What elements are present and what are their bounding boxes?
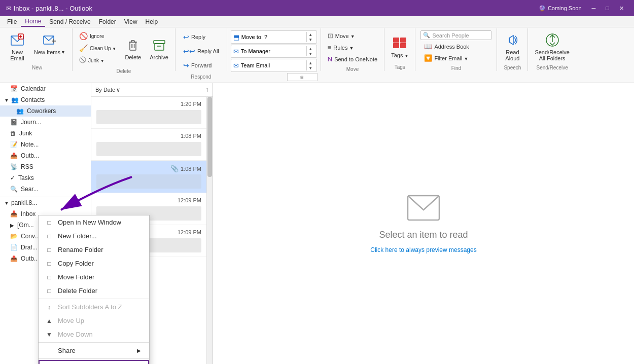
to-manager-button[interactable]: ✉ To Manager ▲ ▼ (231, 45, 317, 58)
delete-button[interactable]: Delete (121, 34, 145, 63)
menu-send-receive[interactable]: Send / Receive (45, 17, 94, 26)
reading-pane-empty-icon (406, 194, 441, 224)
reply-all-button[interactable]: ↩↩ Reply All (179, 45, 224, 58)
delete-icon (125, 37, 141, 53)
ctx-move-folder-label: Move Folder (58, 273, 94, 281)
qs-arrow-down3[interactable]: ▼ (307, 65, 314, 70)
team-email-button[interactable]: ✉ Team Email ▲ ▼ (231, 59, 317, 72)
email-item-1[interactable]: 1:20 PM (91, 97, 206, 129)
sidebar-item-journal[interactable]: 📓 Journ... (0, 117, 91, 128)
ctx-open-new-window[interactable]: □ Open in New Window (39, 215, 149, 229)
sort-asc-icon[interactable]: ↑ (205, 86, 208, 93)
svg-rect-17 (154, 41, 165, 44)
new-email-button[interactable]: NewEmail (5, 29, 29, 64)
minimize-button[interactable]: ─ (588, 4, 600, 12)
email-item-5-time: 12:09 PM (178, 229, 201, 236)
cleanup-button[interactable]: 🧹Clean Up ▼ (76, 43, 120, 54)
email-item-3[interactable]: 📎 1:08 PM (91, 161, 206, 193)
svg-marker-25 (509, 35, 513, 45)
qs-arrow-up2[interactable]: ▲ (307, 46, 314, 51)
menu-home[interactable]: Home (21, 17, 45, 27)
move-to-button[interactable]: ⬒ Move to: ? ▲ ▼ (231, 30, 317, 44)
sidebar-item-notes[interactable]: 📝 Note... (0, 139, 91, 150)
sidebar-drafts-label: Draf... (21, 244, 38, 251)
ctx-rename-folder-label: Rename Folder (58, 246, 103, 253)
ctx-rename-folder[interactable]: □ Rename Folder (39, 243, 149, 257)
qs-arrows-manager[interactable]: ▲ ▼ (306, 46, 314, 56)
send-receive-all-button[interactable]: Send/ReceiveAll Folders (531, 29, 573, 64)
ctx-move-folder[interactable]: □ Move Folder (39, 270, 149, 284)
email-item-4-header: 12:09 PM (96, 197, 201, 204)
onenote-button[interactable]: N Send to OneNote (324, 54, 381, 64)
sidebar-item-calendar[interactable]: 📅 Calendar (0, 83, 91, 94)
qs-arrow-down2[interactable]: ▼ (307, 51, 314, 56)
sidebar-item-junk[interactable]: 🗑 Junk (0, 128, 91, 139)
gmail-expand-icon: ▶ (10, 223, 14, 228)
sort-by-date[interactable]: By Date ∨ (95, 87, 120, 93)
email-item-2[interactable]: 1:08 PM (91, 129, 206, 161)
ctx-delete-folder[interactable]: □ Delete Folder (39, 284, 149, 298)
email-list-scrollbar[interactable] (206, 97, 213, 364)
new-items-button[interactable]: New Items ▼ (30, 29, 69, 58)
sidebar-section-pankil[interactable]: ▼ pankil.8... (0, 197, 91, 208)
qs-expand-button[interactable]: ⊞ (287, 73, 318, 81)
qs-arrow-down[interactable]: ▼ (307, 37, 314, 42)
menu-folder[interactable]: Folder (95, 17, 120, 26)
qs-arrows-moveto[interactable]: ▲ ▼ (306, 32, 314, 42)
reading-pane-preview-link[interactable]: Click here to always preview messages (370, 246, 476, 253)
ctx-sep-2 (39, 342, 149, 343)
inbox-icon: 📥 (10, 210, 18, 217)
reply-button[interactable]: ↩ Reply (179, 30, 224, 44)
ribbon-group-new-label: New (32, 64, 42, 70)
close-button[interactable]: ✕ (615, 4, 628, 13)
rename-folder-icon: □ (45, 246, 54, 253)
qs-arrows-team[interactable]: ▲ ▼ (306, 60, 314, 70)
sidebar-item-outbox[interactable]: 📤 Outb... (0, 150, 91, 161)
menu-file[interactable]: File (3, 17, 21, 26)
scroll-thumb[interactable] (207, 97, 212, 177)
respond-col: ↩ Reply ↩↩ Reply All ↪ Forward (179, 29, 224, 73)
contacts-collapse-icon: ▼ (4, 97, 9, 103)
new-items-icon (42, 32, 58, 48)
attachment-icon: 📎 (170, 165, 179, 172)
sidebar-gmail-label: [Gm... (17, 222, 34, 229)
ctx-copy-folder[interactable]: □ Copy Folder (39, 257, 149, 270)
menu-help[interactable]: Help (142, 17, 162, 26)
email-item-2-header: 1:08 PM (96, 133, 201, 140)
qs-arrow-up3[interactable]: ▲ (307, 60, 314, 65)
junk-button[interactable]: Junk ▼ (76, 55, 120, 66)
archive-button[interactable]: Archive (146, 34, 172, 63)
menu-view[interactable]: View (120, 17, 142, 26)
sidebar-item-search[interactable]: 🔍 Sear... (0, 184, 91, 195)
move-button[interactable]: ⊡ Move ▼ (324, 30, 381, 41)
ignore-button[interactable]: 🚫Ignore (76, 30, 120, 42)
qs-arrow-up[interactable]: ▲ (307, 32, 314, 37)
rules-button[interactable]: ≡ Rules ▼ (324, 42, 381, 53)
address-book-button[interactable]: 📖 Address Book (420, 41, 491, 52)
ribbon-group-quicksteps: ⬒ Move to: ? ▲ ▼ ✉ To Manager ▲ ▼ (227, 28, 321, 71)
ctx-copy-folder-label: Copy Folder (58, 260, 94, 267)
coming-soon-button[interactable]: 🔮 Coming Soon (535, 4, 586, 13)
filter-email-icon: 🔽 (424, 54, 432, 62)
tags-button[interactable]: Tags ▼ (388, 29, 412, 61)
maximize-button[interactable]: □ (602, 4, 613, 12)
sidebar-conv-label: Conv... (21, 233, 40, 240)
ctx-share[interactable]: Share ▶ (39, 344, 149, 357)
sidebar-item-coworkers[interactable]: 👥 Coworkers (0, 105, 91, 117)
read-aloud-button[interactable]: ReadAloud (500, 29, 524, 64)
sidebar-section-contacts[interactable]: ▼ 👥 Contacts (0, 94, 91, 105)
search-people-input[interactable]: 🔍 Search People (420, 30, 491, 40)
ctx-sort-subfolders: ↕ Sort Subfolders A to Z (39, 300, 149, 314)
outbox2-icon: 📤 (10, 255, 18, 262)
forward-button[interactable]: ↪ Forward (179, 59, 224, 72)
sidebar-item-tasks[interactable]: ✓ Tasks (0, 172, 91, 184)
ctx-new-folder[interactable]: □ New Folder... (39, 229, 149, 243)
sidebar-item-rss[interactable]: 📡 RSS (0, 161, 91, 172)
ctx-move-down-label: Move Down (58, 331, 93, 338)
ctx-properties[interactable]: ⊞ (39, 360, 149, 364)
move-label: Move ▼ (335, 33, 355, 39)
new-email-label: NewEmail (10, 49, 24, 61)
ribbon-group-respond-label: Respond (191, 73, 211, 80)
filter-email-button[interactable]: 🔽 Filter Email ▼ (420, 53, 491, 63)
ribbon-group-respond: ↩ Reply ↩↩ Reply All ↪ Forward (175, 28, 227, 71)
